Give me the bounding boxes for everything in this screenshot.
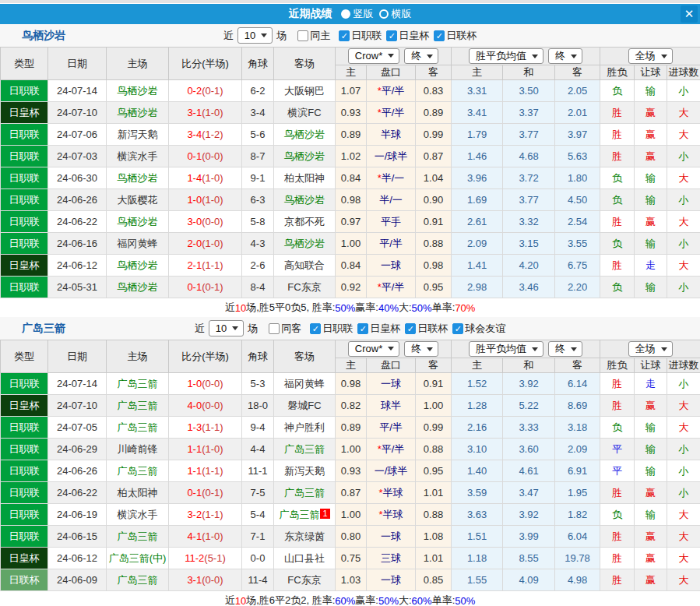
chevron-down-icon: [261, 33, 267, 37]
layout-radio[interactable]: 横版: [379, 7, 412, 21]
handicap: 一/球半: [367, 460, 416, 482]
away-team: FC东京: [274, 277, 336, 298]
corner-score: 9-4: [242, 417, 274, 439]
match-date: 24-06-22: [48, 211, 107, 233]
match-row: 日职联24-05-31鸟栖沙岩0-1(0-1)8-4FC东京0.92*平/半0.…: [1, 277, 700, 298]
league-filter-checkbox[interactable]: ✓日联杯: [405, 322, 448, 336]
odds-source-select[interactable]: Crow*: [348, 48, 399, 64]
avg-home: 2.09: [452, 233, 503, 255]
avg-home: 3.63: [452, 504, 503, 526]
scope-select[interactable]: 全场: [628, 341, 673, 357]
away-team: 大阪钢巴: [274, 80, 336, 102]
layout-radio[interactable]: 竖版: [341, 7, 374, 21]
away-team: 广岛三箭: [274, 482, 336, 504]
home-team: 广岛三箭: [107, 460, 169, 482]
home-odds: 0.84: [336, 255, 367, 277]
radio-icon[interactable]: [379, 9, 389, 19]
score: 1-4(1-0): [169, 167, 242, 189]
avg-draw: 3.32: [503, 211, 555, 233]
avg-time-select[interactable]: 终: [548, 48, 582, 64]
same-venue-checkbox[interactable]: 同客: [269, 322, 301, 336]
away-odds: 0.91: [416, 373, 452, 395]
checkbox-icon[interactable]: [297, 30, 308, 41]
avg-draw: 3.77: [503, 124, 555, 146]
avg-away: 2.20: [555, 277, 600, 298]
column-header-home: 主场: [107, 48, 169, 80]
home-odds: 0.89: [336, 417, 367, 439]
result: 负: [600, 417, 635, 439]
checkbox-icon[interactable]: [269, 323, 280, 334]
league-filter-checkbox[interactable]: ✓日皇杯: [386, 29, 429, 43]
handicap-result: 输: [635, 460, 667, 482]
avg-away: 1.95: [555, 482, 600, 504]
match-date: 24-06-12: [48, 255, 107, 277]
away-team: 京都不死: [274, 211, 336, 233]
home-team: 鸟栖沙岩: [107, 80, 169, 102]
goals-result: 大: [667, 255, 700, 277]
checkbox-label: 球会友谊: [465, 322, 505, 336]
league-filter-checkbox[interactable]: ✓日联杯: [434, 29, 477, 43]
score: 3-4(1-2): [169, 124, 242, 146]
checkbox-icon[interactable]: ✓: [310, 323, 321, 334]
column-header-corner: 角球: [242, 48, 274, 80]
avg-home: 3.59: [452, 482, 503, 504]
checkbox-icon[interactable]: ✓: [386, 30, 397, 41]
avg-home: 2.98: [452, 277, 503, 298]
summary-segment: 场,胜5平0负5, 胜率:: [246, 301, 335, 315]
match-count-select[interactable]: 10: [237, 27, 273, 44]
summary-segment: 场,胜6平2负2, 胜率:: [246, 594, 335, 606]
result: 负: [600, 80, 635, 102]
match-count-select[interactable]: 10: [209, 320, 244, 336]
away-team: 神户胜利: [274, 417, 336, 439]
chevron-down-icon: [661, 55, 667, 58]
checkbox-icon[interactable]: ✓: [405, 323, 416, 334]
filter-bar: 近 10 场 同主✓日职联✓日皇杯✓日联杯: [223, 27, 477, 44]
checkbox-icon[interactable]: ✓: [452, 323, 463, 334]
avg-odds-select[interactable]: 胜平负均值: [469, 341, 543, 357]
summary-segment: 40%: [378, 302, 399, 314]
avg-time-select[interactable]: 终: [548, 341, 582, 357]
checkbox-icon[interactable]: ✓: [339, 30, 350, 41]
team-section: 鸟栖沙岩 近 10 场 同主✓日职联✓日皇杯✓日联杯 类型 日期 主场 比分(半…: [0, 24, 700, 317]
league-filter-checkbox[interactable]: ✓日皇杯: [357, 322, 400, 336]
league-filter-checkbox[interactable]: ✓球会友谊: [452, 322, 505, 336]
away-odds: 1.01: [416, 548, 452, 569]
league-filter-checkbox[interactable]: ✓日职联: [310, 322, 353, 336]
goals-result: 大: [667, 504, 700, 526]
score: 3-0(0-0): [169, 211, 242, 233]
odds-source-select[interactable]: Crow*: [348, 341, 399, 357]
checkbox-icon[interactable]: ✓: [357, 323, 368, 334]
odds-time-select[interactable]: 终: [404, 341, 438, 357]
subheader-result: 胜负: [600, 65, 635, 80]
scope-select[interactable]: 全场: [628, 48, 673, 64]
home-team: 鸟栖沙岩: [107, 211, 169, 233]
avg-home: 1.18: [452, 548, 503, 569]
close-icon[interactable]: ✕: [681, 5, 698, 23]
home-odds: 0.92: [336, 277, 367, 298]
home-odds: 1.00: [336, 439, 367, 460]
result: 平: [600, 460, 635, 482]
checkbox-icon[interactable]: ✓: [434, 30, 445, 41]
radio-icon[interactable]: [341, 9, 350, 19]
summary-segment: 50%: [412, 302, 432, 314]
same-venue-checkbox[interactable]: 同主: [297, 29, 330, 43]
scope-select-cell: 全场: [600, 340, 700, 358]
summary-segment: 70%: [455, 302, 475, 314]
match-row: 日皇杯24-07-10广岛三箭4-0(0-0)18-0磐城FC0.82球半1.0…: [1, 395, 700, 417]
score: 1-1(1-1): [169, 460, 242, 482]
checkbox-label: 日联杯: [417, 322, 448, 336]
handicap-result: 走: [635, 255, 667, 277]
avg-odds-select[interactable]: 胜平负均值: [469, 48, 543, 64]
odds-time-select[interactable]: 终: [404, 48, 438, 64]
handicap: *半/一: [367, 167, 416, 189]
avg-draw: 3.37: [503, 102, 555, 124]
handicap-result: 赢: [635, 569, 667, 591]
match-date: 24-07-14: [48, 373, 107, 395]
chevron-down-icon: [427, 55, 433, 58]
matches-table: 类型 日期 主场 比分(半场) 角球 客场 Crow*终 胜平负均值终 全场: [0, 47, 700, 298]
avg-draw: 3.60: [503, 439, 555, 460]
checkbox-label: 同客: [281, 322, 301, 336]
avg-away: 1.82: [555, 504, 600, 526]
league-filter-checkbox[interactable]: ✓日职联: [339, 29, 382, 43]
summary-segment: 近: [225, 301, 235, 315]
